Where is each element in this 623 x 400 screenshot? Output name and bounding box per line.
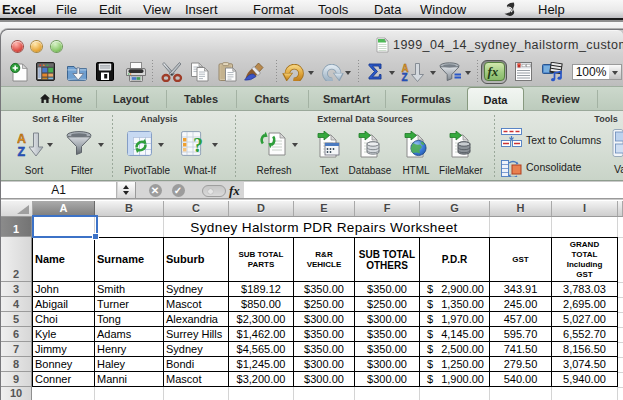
svg-text:Z: Z [402,72,408,82]
svg-text:?: ? [193,134,203,156]
svg-text:Z: Z [18,145,26,158]
svg-text:A: A [17,132,26,146]
